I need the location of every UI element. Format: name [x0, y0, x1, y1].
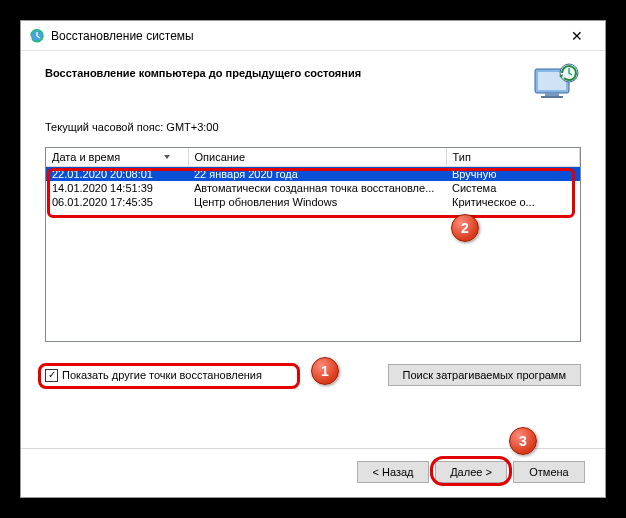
table-cell: 14.01.2020 14:51:39 [46, 181, 188, 195]
svg-rect-3 [545, 93, 559, 96]
table-cell: 06.01.2020 17:45:35 [46, 195, 188, 209]
column-type[interactable]: Тип [446, 148, 580, 167]
close-icon: ✕ [571, 28, 583, 44]
close-button[interactable]: ✕ [557, 22, 597, 50]
header: Восстановление компьютера до предыдущего… [21, 51, 605, 113]
show-more-points-checkbox[interactable]: ✓ Показать другие точки восстановления [45, 369, 262, 382]
back-button[interactable]: < Назад [357, 461, 429, 483]
system-restore-icon [29, 28, 45, 44]
restore-points-table[interactable]: Дата и время Описание Тип 22.01.2020 20:… [45, 147, 581, 342]
table-cell: Автоматически созданная точка восстановл… [188, 181, 446, 195]
system-restore-window: Восстановление системы ✕ Восстановление … [20, 20, 606, 498]
checkbox-icon: ✓ [45, 369, 58, 382]
titlebar: Восстановление системы ✕ [21, 21, 605, 51]
svg-rect-4 [541, 96, 563, 98]
table-cell: Центр обновления Windows [188, 195, 446, 209]
table-cell: 22.01.2020 20:08:01 [46, 167, 188, 182]
restore-monitor-icon [533, 63, 581, 105]
page-heading: Восстановление компьютера до предыдущего… [45, 63, 533, 79]
column-date-label: Дата и время [52, 151, 120, 163]
body: Текущий часовой пояс: GMT+3:00 Дата и вр… [21, 113, 605, 448]
window-title: Восстановление системы [51, 29, 194, 43]
table-cell: 22 января 2020 года [188, 167, 446, 182]
table-row[interactable]: 22.01.2020 20:08:0122 января 2020 годаВр… [46, 167, 580, 182]
column-date[interactable]: Дата и время [46, 148, 188, 167]
next-button[interactable]: Далее > [435, 461, 507, 483]
column-description[interactable]: Описание [188, 148, 446, 167]
timezone-label: Текущий часовой пояс: GMT+3:00 [45, 121, 581, 133]
footer-buttons: < Назад Далее > Отмена 3 [21, 448, 605, 497]
table-cell: Система [446, 181, 580, 195]
table-cell: Критическое о... [446, 195, 580, 209]
cancel-button[interactable]: Отмена [513, 461, 585, 483]
annotation-marker-1: 1 [311, 357, 339, 385]
table-cell: Вручную [446, 167, 580, 182]
annotation-marker-2: 2 [451, 214, 479, 242]
table-row[interactable]: 14.01.2020 14:51:39Автоматически созданн… [46, 181, 580, 195]
checkbox-label: Показать другие точки восстановления [62, 369, 262, 381]
column-type-label: Тип [453, 151, 471, 163]
column-desc-label: Описание [195, 151, 246, 163]
table-row[interactable]: 06.01.2020 17:45:35Центр обновления Wind… [46, 195, 580, 209]
options-row: ✓ Показать другие точки восстановления 1… [45, 364, 581, 386]
scan-affected-button[interactable]: Поиск затрагиваемых программ [388, 364, 581, 386]
